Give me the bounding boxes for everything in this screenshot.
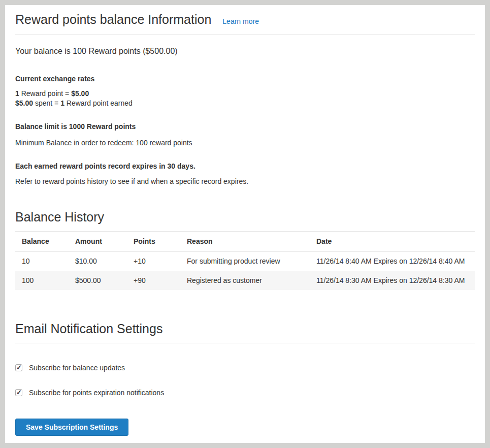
exchange-rate-line-2: $5.00 spent = 1 Reward point earned: [15, 99, 475, 108]
table-row: 10 $10.00 +10 For submitting product rev…: [15, 251, 475, 271]
cell-reason: Registered as customer: [180, 271, 310, 290]
cell-balance: 100: [15, 271, 69, 290]
subscribe-balance-updates-row[interactable]: Subscribe for balance updates: [15, 364, 475, 372]
min-balance-text: Minimum Balance in order to redeem: 100 …: [15, 139, 475, 147]
subscribe-balance-updates-checkbox[interactable]: [15, 364, 22, 371]
email-notification-section: Email Notification Settings Subscribe fo…: [15, 322, 475, 436]
subscribe-expiration-notifications-row[interactable]: Subscribe for points expiration notifica…: [15, 389, 475, 397]
balance-history-section: Balance History Balance Amount Points Re…: [15, 210, 475, 290]
page-title: Reward points balance Information: [15, 12, 211, 27]
cell-amount: $500.00: [69, 271, 127, 290]
reward-points-panel: Reward points balance Information Learn …: [5, 5, 485, 443]
column-header-points: Points: [127, 232, 180, 251]
subscribe-expiration-notifications-label: Subscribe for points expiration notifica…: [29, 389, 164, 397]
balance-history-heading: Balance History: [15, 210, 475, 232]
exchange-rates: 1 Reward point = $5.00 $5.00 spent = 1 R…: [15, 89, 475, 108]
cell-points: +10: [127, 251, 180, 271]
cell-reason: For submitting product review: [180, 251, 310, 271]
exchange-rates-heading: Current exchange rates: [15, 75, 475, 83]
expiry-note: Refer to reward points history to see if…: [15, 177, 475, 185]
panel-header: Reward points balance Information Learn …: [15, 12, 475, 27]
column-header-date: Date: [310, 232, 475, 251]
table-header-row: Balance Amount Points Reason Date: [15, 232, 475, 251]
balance-limit-text: Balance limit is 1000 Reward points: [15, 122, 475, 131]
email-settings-heading: Email Notification Settings: [15, 322, 475, 343]
balance-history-table: Balance Amount Points Reason Date 10 $10…: [15, 232, 475, 290]
subscribe-balance-updates-label: Subscribe for balance updates: [29, 364, 125, 372]
cell-points: +90: [127, 271, 180, 290]
learn-more-link[interactable]: Learn more: [222, 17, 259, 25]
column-header-amount: Amount: [69, 232, 127, 251]
balance-summary: Your balance is 100 Reward points ($500.…: [15, 47, 475, 56]
column-header-reason: Reason: [180, 232, 310, 251]
subscribe-expiration-notifications-checkbox[interactable]: [15, 389, 22, 396]
exchange-rate-line-1: 1 Reward point = $5.00: [15, 89, 475, 99]
column-header-balance: Balance: [15, 232, 69, 251]
cell-balance: 10: [15, 251, 69, 271]
expiry-heading: Each earned reward points record expires…: [15, 162, 475, 170]
header-divider: [15, 34, 475, 35]
table-row: 100 $500.00 +90 Registered as customer 1…: [15, 271, 475, 290]
cell-date: 11/26/14 8:30 AM Expires on 12/26/14 8:3…: [310, 271, 475, 290]
cell-amount: $10.00: [69, 251, 127, 271]
cell-date: 11/26/14 8:40 AM Expires on 12/26/14 8:4…: [310, 251, 475, 271]
save-subscription-settings-button[interactable]: Save Subscription Settings: [15, 419, 128, 436]
